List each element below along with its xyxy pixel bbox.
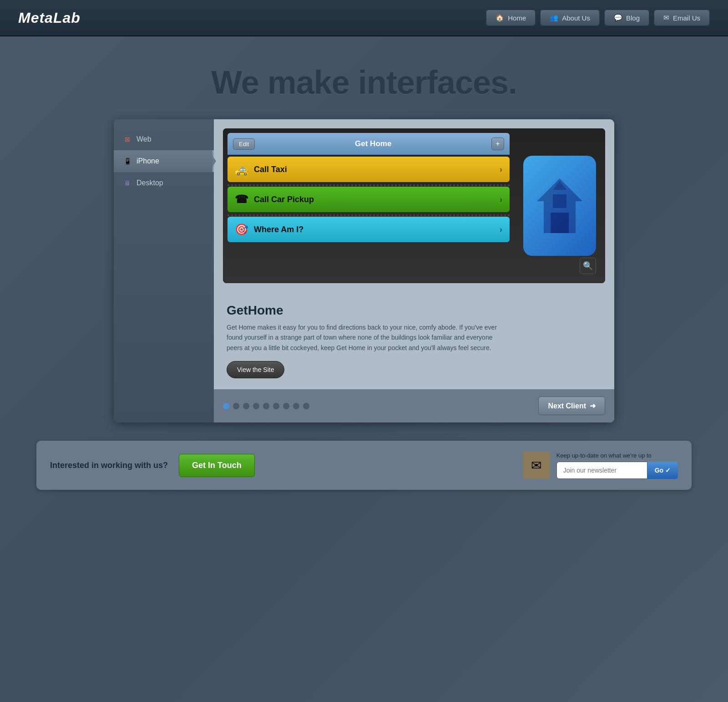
search-badge: 🔍 — [580, 258, 596, 274]
header: MetaLab 🏠 Home 👥 About Us 💬 Blog ✉ Email… — [0, 0, 728, 36]
main-nav: 🏠 Home 👥 About Us 💬 Blog ✉ Email Us — [486, 10, 710, 26]
next-arrow-icon: ➜ — [590, 402, 596, 410]
phone-icon: ☎ — [235, 193, 248, 206]
project-desc: Get Home makes it easy for you to find d… — [227, 322, 509, 353]
sidebar: ⊠ Web 📱 iPhone 🖥 Desktop — [114, 119, 214, 422]
footer-left: Interested in working with us? Get In To… — [50, 454, 255, 477]
nav-email[interactable]: ✉ Email Us — [654, 10, 710, 26]
newsletter-row: Go ✓ — [556, 462, 678, 479]
call-car-pickup-item[interactable]: ☎ Call Car Pickup › — [228, 187, 510, 212]
view-site-button[interactable]: View the Site — [227, 361, 284, 378]
app-icon-large — [523, 156, 596, 256]
sidebar-item-iphone[interactable]: 📱 iPhone — [114, 150, 214, 172]
taxi-icon: 🚕 — [235, 163, 248, 176]
chevron-icon-where: › — [500, 225, 502, 234]
nav-home-label: Home — [508, 14, 526, 22]
sidebar-item-web[interactable]: ⊠ Web — [114, 128, 214, 150]
where-am-i-item[interactable]: 🎯 Where Am I? › — [228, 217, 510, 242]
call-taxi-item[interactable]: 🚕 Call Taxi › — [228, 157, 510, 182]
web-icon: ⊠ — [123, 135, 132, 144]
app-bar-title: Get Home — [255, 139, 491, 148]
logo: MetaLab — [18, 10, 81, 26]
search-icon: 🔍 — [583, 261, 593, 271]
email-icon: ✉ — [663, 14, 669, 22]
house-svg — [532, 174, 587, 238]
nav-email-label: Email Us — [673, 14, 700, 22]
nav-home[interactable]: 🏠 Home — [486, 10, 536, 26]
newsletter-label: Keep up-to-date on what we're up to — [556, 452, 678, 459]
footer-bar: Interested in working with us? Get In To… — [36, 441, 692, 490]
description: GetHome Get Home makes it easy for you t… — [214, 292, 614, 389]
home-icon: 🏠 — [495, 14, 504, 22]
dot-9[interactable] — [303, 403, 309, 409]
people-icon: 👥 — [550, 14, 558, 22]
call-car-pickup-label: Call Car Pickup — [254, 195, 314, 204]
portfolio-container: ⊠ Web 📱 iPhone 🖥 Desktop Edi — [114, 119, 614, 422]
app-icon-panel: 🔍 — [514, 128, 605, 283]
sidebar-desktop-label: Desktop — [136, 179, 163, 187]
newsletter-input[interactable] — [556, 462, 647, 479]
letter-icon: ✉ — [531, 458, 541, 473]
app-bar: Edit Get Home + — [228, 133, 510, 155]
newsletter-go-button[interactable]: Go ✓ — [647, 462, 678, 479]
blog-icon: 💬 — [614, 14, 622, 22]
hero-section: We make interfaces. — [0, 36, 728, 119]
edit-button[interactable]: Edit — [233, 138, 255, 150]
dot-4[interactable] — [253, 403, 259, 409]
divider — [228, 184, 510, 186]
interested-text: Interested in working with us? — [50, 461, 168, 470]
nav-about[interactable]: 👥 About Us — [540, 10, 600, 26]
showcase-images: Edit Get Home + 🚕 Call Taxi › — [223, 128, 605, 283]
add-button[interactable]: + — [491, 137, 504, 150]
content-area: Edit Get Home + 🚕 Call Taxi › — [214, 119, 614, 422]
dot-8[interactable] — [293, 403, 299, 409]
nav-about-label: About Us — [562, 14, 590, 22]
desktop-icon: 🖥 — [123, 178, 132, 188]
dot-3[interactable] — [243, 403, 249, 409]
dot-2[interactable] — [233, 403, 239, 409]
chevron-icon-taxi: › — [500, 165, 502, 174]
svg-rect-2 — [553, 194, 566, 208]
call-taxi-label: Call Taxi — [254, 165, 287, 174]
where-am-i-label: Where Am I? — [254, 225, 303, 234]
next-client-button[interactable]: Next Client ➜ — [538, 397, 605, 415]
nav-blog[interactable]: 💬 Blog — [604, 10, 649, 26]
iphone-screen: Edit Get Home + 🚕 Call Taxi › — [223, 128, 514, 283]
showcase: Edit Get Home + 🚕 Call Taxi › — [214, 119, 614, 292]
nav-blog-label: Blog — [626, 14, 640, 22]
hero-title: We make interfaces. — [0, 64, 728, 101]
get-in-touch-button[interactable]: Get In Touch — [179, 454, 255, 477]
svg-rect-1 — [551, 213, 569, 233]
dot-6[interactable] — [273, 403, 279, 409]
target-icon: 🎯 — [235, 223, 248, 236]
dot-1[interactable] — [223, 403, 229, 409]
sidebar-item-desktop[interactable]: 🖥 Desktop — [114, 172, 214, 194]
sidebar-web-label: Web — [136, 135, 152, 143]
main-content: ⊠ Web 📱 iPhone 🖥 Desktop Edi — [0, 119, 728, 422]
dots — [223, 403, 309, 409]
mail-icon: ✉ — [523, 452, 550, 479]
pagination-bar: Next Client ➜ — [214, 389, 614, 422]
footer-right: ✉ Keep up-to-date on what we're up to Go… — [523, 452, 678, 479]
dot-7[interactable] — [283, 403, 289, 409]
next-client-label: Next Client — [548, 402, 586, 410]
divider2 — [228, 214, 510, 216]
newsletter-section: Keep up-to-date on what we're up to Go ✓ — [556, 452, 678, 479]
chevron-icon-car: › — [500, 195, 502, 204]
dot-5[interactable] — [263, 403, 269, 409]
project-title: GetHome — [227, 303, 602, 318]
iphone-icon: 📱 — [123, 157, 132, 166]
sidebar-iphone-label: iPhone — [136, 157, 159, 165]
